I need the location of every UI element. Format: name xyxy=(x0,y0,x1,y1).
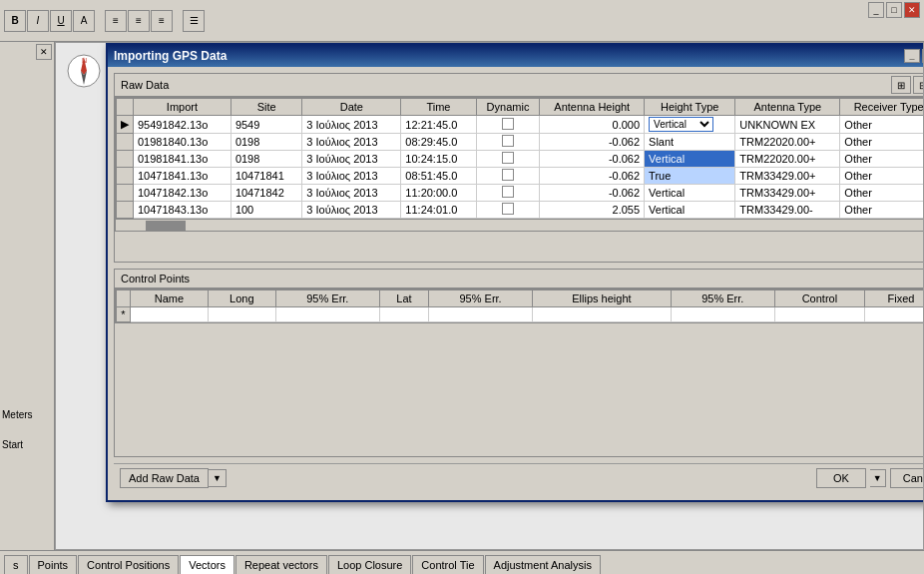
add-raw-data-btn[interactable]: Add Raw Data xyxy=(120,468,209,488)
import-cell[interactable]: 01981841.13o xyxy=(134,151,231,168)
dynamic-cell[interactable] xyxy=(476,134,540,151)
antenna-height-cell[interactable]: -0.062 xyxy=(540,185,645,202)
time-cell[interactable]: 10:24:15.0 xyxy=(401,151,476,168)
underline-btn[interactable]: U xyxy=(50,10,72,32)
align-right-btn[interactable]: ≡ xyxy=(151,10,173,32)
date-cell[interactable]: 3 Ιούλιος 2013 xyxy=(302,151,401,168)
receiver-type-cell[interactable]: Other xyxy=(840,185,924,202)
antenna-type-cell[interactable]: TRM33429.00- xyxy=(735,202,840,219)
tab-control-positions[interactable]: Control Positions xyxy=(78,555,179,574)
minimize-app-btn[interactable]: _ xyxy=(868,2,884,18)
font-btn[interactable]: A xyxy=(73,10,95,32)
list-btn[interactable]: ☰ xyxy=(183,10,205,32)
add-raw-data-arrow-btn[interactable]: ▼ xyxy=(209,469,227,487)
sidebar-close-btn[interactable]: ✕ xyxy=(36,44,52,60)
cp-fixed-cell[interactable] xyxy=(865,306,924,321)
antenna-height-cell[interactable]: 0.000 xyxy=(540,116,645,134)
dialog-minimize-btn[interactable]: _ xyxy=(904,49,920,63)
close-app-btn[interactable]: ✕ xyxy=(904,2,920,18)
dynamic-cell[interactable] xyxy=(476,168,540,185)
import-cell[interactable]: 10471842.13o xyxy=(134,185,231,202)
cp-err3-cell[interactable] xyxy=(671,306,774,321)
antenna-type-cell[interactable]: UNKNOWN EX xyxy=(735,116,840,134)
raw-data-col-btn[interactable]: ⊟ xyxy=(913,76,924,94)
receiver-type-cell[interactable]: Other xyxy=(840,134,924,151)
date-cell[interactable]: 3 Ιούλιος 2013 xyxy=(302,116,401,134)
height-type-cell[interactable]: Slant xyxy=(645,134,735,151)
import-cell[interactable]: 95491842.13o xyxy=(134,116,231,134)
raw-data-hscrollbar[interactable] xyxy=(116,219,924,231)
tab-repeat-vectors[interactable]: Repeat vectors xyxy=(235,555,327,574)
antenna-type-cell[interactable]: TRM22020.00+ xyxy=(735,151,840,168)
height-type-select[interactable]: Vertical Slant True xyxy=(649,117,713,132)
tab-vectors[interactable]: Vectors xyxy=(180,555,234,574)
antenna-height-cell[interactable]: -0.062 xyxy=(540,134,645,151)
antenna-type-cell[interactable]: TRM33429.00+ xyxy=(735,168,840,185)
tab-s[interactable]: s xyxy=(4,555,28,574)
raw-data-scroll[interactable]: Import Site Date Time Dynamic Antenna He… xyxy=(116,98,924,219)
hscroll-thumb[interactable] xyxy=(146,221,186,231)
cp-control-cell[interactable] xyxy=(774,306,864,321)
tab-adjustment-analysis[interactable]: Adjustment Analysis xyxy=(485,555,601,574)
cancel-btn[interactable]: Cancel xyxy=(890,468,924,488)
raw-data-grid-btn[interactable]: ⊞ xyxy=(891,76,911,94)
tab-control-tie[interactable]: Control Tie xyxy=(412,555,483,574)
cp-lat-cell[interactable] xyxy=(379,306,428,321)
cp-name-cell[interactable] xyxy=(131,306,209,321)
dynamic-cell[interactable] xyxy=(476,202,540,219)
dynamic-cell[interactable] xyxy=(476,151,540,168)
receiver-type-cell[interactable]: Other xyxy=(840,151,924,168)
height-type-cell[interactable]: Vertical xyxy=(645,185,735,202)
time-cell[interactable]: 08:29:45.0 xyxy=(401,134,476,151)
date-cell[interactable]: 3 Ιούλιος 2013 xyxy=(302,185,401,202)
site-cell[interactable]: 10471842 xyxy=(231,185,301,202)
dynamic-checkbox[interactable] xyxy=(502,152,514,164)
antenna-height-cell[interactable]: -0.062 xyxy=(540,151,645,168)
align-center-btn[interactable]: ≡ xyxy=(128,10,150,32)
dynamic-checkbox[interactable] xyxy=(502,118,514,130)
import-cell[interactable]: 10471843.13o xyxy=(134,202,231,219)
antenna-type-cell[interactable]: TRM33429.00+ xyxy=(735,185,840,202)
site-cell[interactable]: 9549 xyxy=(231,116,301,134)
antenna-height-cell[interactable]: -0.062 xyxy=(540,168,645,185)
import-cell[interactable]: 10471841.13o xyxy=(134,168,231,185)
height-type-cell-highlighted[interactable]: Vertical xyxy=(645,151,735,168)
receiver-type-cell[interactable]: Other xyxy=(840,116,924,134)
dynamic-cell[interactable] xyxy=(476,116,540,134)
dynamic-checkbox[interactable] xyxy=(502,169,514,181)
receiver-type-cell[interactable]: Other xyxy=(840,202,924,219)
antenna-height-cell[interactable]: 2.055 xyxy=(540,202,645,219)
tab-loop-closure[interactable]: Loop Closure xyxy=(328,555,411,574)
align-left-btn[interactable]: ≡ xyxy=(105,10,127,32)
height-type-cell[interactable]: Vertical xyxy=(645,202,735,219)
date-cell[interactable]: 3 Ιούλιος 2013 xyxy=(302,168,401,185)
italic-btn[interactable]: I xyxy=(27,10,49,32)
receiver-type-cell[interactable]: Other xyxy=(840,168,924,185)
time-cell[interactable]: 11:24:01.0 xyxy=(401,202,476,219)
time-cell[interactable]: 11:20:00.0 xyxy=(401,185,476,202)
dynamic-checkbox[interactable] xyxy=(502,186,514,198)
import-cell[interactable]: 01981840.13o xyxy=(134,134,231,151)
cp-err1-cell[interactable] xyxy=(275,306,379,321)
height-type-cell-true[interactable]: True xyxy=(645,168,735,185)
cp-long-cell[interactable] xyxy=(208,306,275,321)
dynamic-checkbox[interactable] xyxy=(502,203,514,215)
antenna-type-cell[interactable]: TRM22020.00+ xyxy=(735,134,840,151)
ok-btn[interactable]: OK xyxy=(816,468,866,488)
site-cell[interactable]: 0198 xyxy=(231,151,301,168)
dynamic-checkbox[interactable] xyxy=(502,135,514,147)
height-type-cell[interactable]: Vertical Slant True xyxy=(645,116,735,134)
cp-err2-cell[interactable] xyxy=(429,306,533,321)
control-points-scroll[interactable]: Name Long 95% Err. Lat 95% Err. Ellips h… xyxy=(116,289,924,322)
site-cell[interactable]: 100 xyxy=(231,202,301,219)
date-cell[interactable]: 3 Ιούλιος 2013 xyxy=(302,202,401,219)
tab-points[interactable]: Points xyxy=(29,555,78,574)
time-cell[interactable]: 08:51:45.0 xyxy=(401,168,476,185)
site-cell[interactable]: 0198 xyxy=(231,134,301,151)
dynamic-cell[interactable] xyxy=(476,185,540,202)
site-cell[interactable]: 10471841 xyxy=(231,168,301,185)
cp-ellips-cell[interactable] xyxy=(533,306,672,321)
date-cell[interactable]: 3 Ιούλιος 2013 xyxy=(302,134,401,151)
ok-arrow-btn[interactable]: ▼ xyxy=(870,469,886,487)
bold-btn[interactable]: B xyxy=(4,10,26,32)
